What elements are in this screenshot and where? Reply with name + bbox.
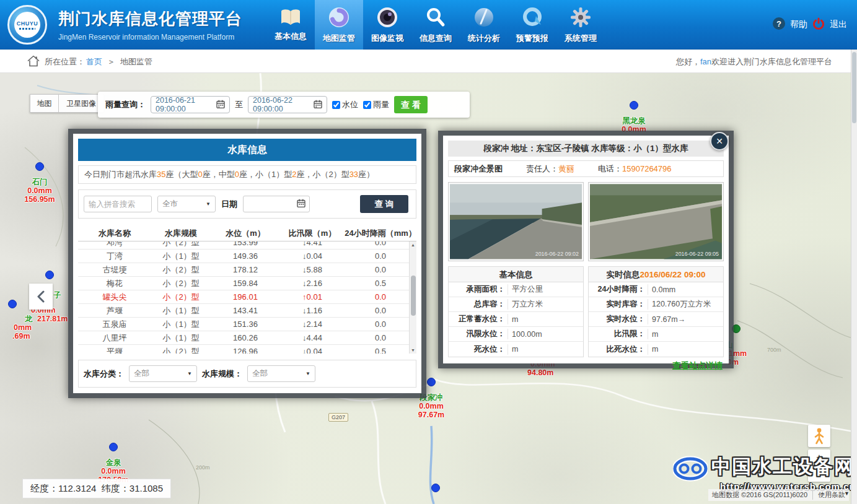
terms-link[interactable]: 使用条款 — [812, 490, 845, 500]
attribution-caret-icon[interactable]: ▼ — [844, 490, 850, 497]
table-cell: 芦堰 — [78, 305, 151, 316]
marker-dot-icon[interactable] — [427, 378, 436, 386]
table-row[interactable]: 罐头尖小（2）型196.01↑0.010.0 — [78, 290, 416, 304]
calendar-icon[interactable] — [297, 199, 305, 210]
date-from-input[interactable]: 2016-06-21 09:00:00 — [151, 96, 230, 113]
info-value: m — [648, 330, 723, 339]
app-header: CHUYU 荆门水库信息化管理平台 JingMen Reservoir info… — [0, 0, 857, 50]
table-row[interactable]: 芦堰小（1）型143.41↓1.160.0 — [78, 304, 416, 318]
table-cell: 小（1）型 — [151, 251, 211, 262]
nav-label: 图像监视 — [371, 33, 403, 44]
scroll-down-icon[interactable]: ▼ — [410, 348, 416, 352]
marker-dot-icon[interactable] — [109, 443, 118, 451]
close-icon[interactable]: ✕ — [710, 132, 729, 150]
table-cell: 丁湾 — [78, 251, 151, 262]
marker-dot-icon[interactable] — [431, 484, 440, 492]
attribution-text: 地图数据 ©2016 GS(2011)6020 — [712, 490, 807, 500]
date-to-input[interactable]: 2016-06-22 09:00:00 — [248, 96, 327, 113]
pegman-icon — [814, 428, 825, 445]
nav-item-system-admin[interactable]: 系统管理 — [556, 0, 605, 50]
info-label: 承雨面积： — [449, 284, 508, 295]
info-value: m — [508, 315, 583, 324]
date-filter-input[interactable] — [243, 196, 310, 212]
info-value: m — [508, 345, 583, 354]
reservoir-search-row: 全市▼ 日期 查 询 — [78, 189, 416, 219]
table-cell: 0.0 — [345, 319, 416, 329]
help-icon[interactable]: ? — [773, 17, 785, 32]
pinyin-search-input[interactable] — [84, 196, 152, 212]
calendar-icon[interactable] — [314, 100, 322, 110]
table-row[interactable]: 邓湾小（2）型153.99↓4.410.0 — [78, 241, 416, 250]
city-select[interactable]: 全市▼ — [157, 196, 216, 212]
info-row: 实时水位：97.67m→ — [589, 312, 723, 327]
table-row[interactable]: 古堤埂小（2）型178.12↓5.880.0 — [78, 263, 416, 277]
realtime-info-title: 实时信息2016/06/22 09:00 — [589, 267, 723, 282]
query-button[interactable]: 查 询 — [360, 195, 408, 213]
longitude-value: 经度：112.3124 — [30, 483, 96, 493]
info-label: 总库容： — [449, 299, 508, 310]
greeting-user: fan — [700, 57, 711, 66]
table-scrollbar-thumb[interactable] — [411, 276, 416, 316]
gear-icon — [569, 6, 592, 31]
map-marker[interactable]: 石门0.0mm156.95m — [12, 162, 68, 204]
scale-filter-select[interactable]: 全部▼ — [247, 365, 315, 382]
rainfall-checkbox[interactable] — [363, 101, 371, 109]
class-filter-label: 水库分类： — [84, 368, 124, 380]
map-marker[interactable] — [408, 484, 464, 492]
class-filter-select[interactable]: 全部▼ — [129, 365, 197, 382]
breadcrumb-current: 地图监管 — [120, 56, 152, 67]
marker-dot-icon[interactable] — [630, 101, 638, 110]
map-marker[interactable]: 金泉0.0mm170.59m — [86, 443, 141, 484]
info-value: 100.00m — [508, 330, 583, 339]
marker-dot-icon[interactable] — [45, 271, 54, 279]
page-scrollbar-thumb[interactable] — [852, 52, 856, 123]
station-detail-link[interactable]: 查看站点详情 — [448, 360, 724, 371]
station-photo-1[interactable]: 2016-06-22 09:02 — [448, 182, 584, 261]
nav-item-basic-info[interactable]: 基本信息 — [266, 0, 315, 50]
map-view-button[interactable]: 地图 — [30, 94, 58, 113]
breadcrumb-home-link[interactable]: 首页 — [86, 56, 102, 67]
info-value: 0.0mm — [648, 285, 723, 294]
table-row[interactable]: 五泉庙小（1）型151.36↓2.140.0 — [78, 318, 416, 331]
power-icon[interactable] — [812, 17, 825, 32]
nav-item-image-monitor[interactable]: 图像监视 — [363, 0, 411, 50]
table-row[interactable]: 平堰小（2）型126.96↓0.040.5 — [78, 345, 416, 354]
reservoir-table: 水库名称 水库规模 水位（m） 比汛限（m） 24小时降雨（mm） 邓湾小（2）… — [78, 226, 416, 354]
logout-button[interactable]: 退出 — [830, 19, 847, 30]
phone-number: 15907264796 — [622, 164, 672, 173]
page-scrollbar[interactable] — [851, 50, 857, 504]
table-row[interactable]: 丁湾小（1）型149.36↓0.040.0 — [78, 250, 416, 263]
home-icon[interactable] — [27, 55, 40, 69]
table-cell: 0.5 — [345, 279, 416, 288]
table-cell: 小（2）型 — [151, 292, 211, 303]
satellite-view-button[interactable]: 卫星图像 — [58, 94, 104, 113]
table-row[interactable]: 八里坪小（1）型160.26↓4.440.0 — [78, 331, 416, 345]
water-level-checkbox[interactable] — [332, 101, 340, 109]
scroll-up-icon[interactable]: ▲ — [410, 243, 416, 247]
marker-rainfall: 0.0mm — [403, 402, 459, 411]
nav-item-map-monitor[interactable]: 地图监管 — [315, 0, 363, 50]
table-cell: 平堰 — [78, 346, 151, 354]
marker-dot-icon[interactable] — [8, 300, 17, 308]
breadcrumb-bar: 所在位置：首页 ＞ 地图监管 您好，fan欢迎进入荆门水库信息化管理平台 — [0, 50, 857, 73]
marker-dot-icon[interactable] — [35, 162, 44, 171]
header-right-actions: ? 帮助 退出 — [773, 17, 847, 32]
date-filter-label: 日期 — [221, 199, 237, 210]
panel-collapse-button[interactable] — [29, 284, 53, 310]
calendar-icon[interactable] — [216, 100, 225, 110]
marker-name: 石门 — [12, 178, 68, 186]
nav-item-warning-forecast[interactable]: 预警预报 — [508, 0, 556, 50]
table-row[interactable]: 梅花小（2）型159.84↓2.160.5 — [78, 277, 416, 290]
nav-item-info-query[interactable]: 信息查询 — [411, 0, 460, 50]
view-button[interactable]: 查 看 — [394, 96, 428, 113]
table-cell: 0.0 — [345, 292, 416, 302]
stats-sphere-icon — [473, 6, 495, 31]
map-marker[interactable]: 黑龙泉0.0mm — [606, 101, 662, 134]
station-photo-2[interactable]: 2016-06-22 09:05 — [588, 182, 724, 261]
pegman-control[interactable] — [808, 425, 830, 447]
table-scrollbar[interactable]: ▲ ▼ — [409, 241, 416, 354]
panorama-label: 段家冲全景图 — [454, 163, 503, 175]
nav-item-stats-analysis[interactable]: 统计分析 — [460, 0, 508, 50]
watermark: 中国水工设备网 http://www.watersb.com.cn — [673, 454, 856, 492]
help-button[interactable]: 帮助 — [790, 19, 807, 30]
